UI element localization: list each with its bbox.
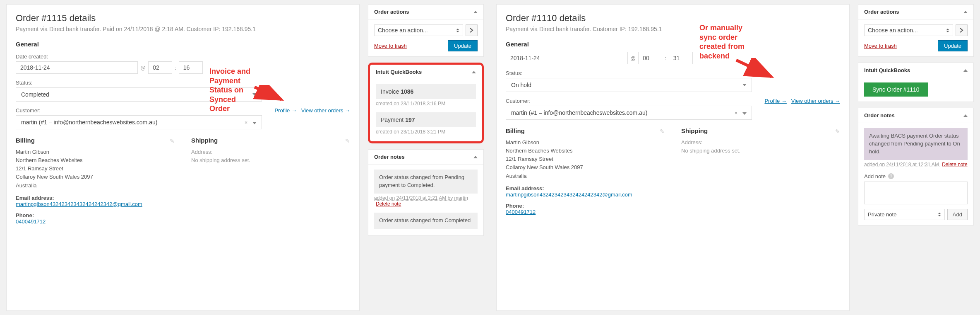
apply-action-button[interactable]	[956, 24, 968, 36]
sort-icon	[456, 29, 459, 32]
pencil-icon[interactable]: ✎	[345, 138, 350, 144]
move-to-trash-link[interactable]: Move to trash	[374, 43, 407, 49]
add-note-textarea[interactable]	[864, 182, 968, 204]
order-subtitle: Payment via Direct bank transfer. Paid o…	[16, 26, 350, 32]
customer-select[interactable]: martin (#1 – info@northernbeacheswebsite…	[506, 106, 752, 120]
order-notes-title: Order notes	[864, 112, 895, 119]
chevron-up-icon[interactable]	[473, 11, 478, 13]
update-button[interactable]: Update	[938, 40, 968, 51]
update-button[interactable]: Update	[448, 40, 478, 51]
sort-icon	[938, 213, 941, 216]
date-created-input[interactable]	[506, 52, 628, 64]
chevron-up-icon[interactable]	[963, 11, 968, 13]
pencil-icon[interactable]: ✎	[170, 138, 175, 144]
billing-heading: Billing	[506, 127, 665, 134]
billing-address: Martin Gibson Northern Beaches Websites …	[16, 148, 175, 190]
customer-select[interactable]: martin (#1 – info@northernbeacheswebsite…	[16, 115, 262, 129]
minute-input[interactable]	[179, 61, 203, 74]
chevron-up-icon[interactable]	[963, 114, 968, 117]
order-actions-panel: Order actions Choose an action... Move t…	[368, 4, 484, 57]
at-symbol: @	[630, 55, 636, 61]
customer-value: martin (#1 – info@northernbeacheswebsite…	[21, 119, 157, 126]
delete-note-link[interactable]: Delete note	[376, 201, 401, 207]
view-orders-link[interactable]: View other orders →	[301, 107, 350, 114]
apply-action-button[interactable]	[466, 24, 478, 36]
chevron-up-icon[interactable]	[473, 156, 478, 158]
delete-note-link[interactable]: Delete note	[942, 162, 967, 167]
clear-icon[interactable]: ×	[245, 119, 248, 126]
status-select[interactable]: Completed	[16, 87, 262, 102]
customer-label: Customer:	[506, 98, 531, 104]
shipping-address-label: Address:	[191, 148, 350, 156]
billing-email[interactable]: martinpgibson432423423432424242342@gmail…	[16, 201, 142, 207]
quickbooks-panel: Intuit QuickBooks Sync Order #1110	[858, 63, 974, 102]
chevron-down-icon	[742, 84, 747, 86]
order-actions-title: Order actions	[864, 9, 899, 15]
email-label: Email address:	[16, 195, 175, 201]
order-notes-panel: Order notes Awaiting BACS payment Order …	[858, 108, 974, 225]
status-select[interactable]: On hold	[506, 78, 752, 92]
time-colon: :	[175, 65, 176, 71]
profile-link[interactable]: Profile →	[274, 107, 296, 114]
billing-heading: Billing	[16, 137, 175, 144]
order-note: Order status changed from Completed	[374, 213, 478, 229]
chevron-up-icon[interactable]	[472, 71, 476, 73]
hour-input[interactable]	[638, 52, 662, 64]
shipping-address-label: Address:	[681, 138, 840, 147]
add-note-label: Add note	[864, 173, 886, 179]
status-label: Status:	[16, 80, 350, 86]
sort-icon	[946, 29, 949, 32]
chevron-up-icon[interactable]	[963, 69, 968, 72]
general-heading: General	[16, 41, 350, 48]
action-select[interactable]: Choose an action...	[864, 24, 953, 36]
order-title: Order #1110 details	[506, 13, 840, 24]
shipping-none: No shipping address set.	[191, 156, 350, 165]
chevron-down-icon	[742, 112, 747, 115]
email-label: Email address:	[506, 185, 665, 191]
order-subtitle: Payment via Direct bank transfer. Custom…	[506, 26, 840, 32]
general-heading: General	[506, 41, 840, 48]
qb-payment-meta: created on 23/11/2018 3:21 PM	[376, 129, 476, 135]
status-value: Completed	[21, 91, 49, 98]
action-value: Choose an action...	[868, 27, 918, 34]
shipping-heading: Shipping	[191, 137, 350, 144]
billing-phone[interactable]: 0400491712	[506, 209, 536, 215]
view-orders-link[interactable]: View other orders →	[791, 98, 840, 104]
order-notes-title: Order notes	[374, 154, 405, 160]
date-label: Date created:	[16, 53, 350, 60]
billing-phone[interactable]: 0400491712	[16, 218, 46, 225]
date-created-input[interactable]	[16, 61, 138, 74]
clear-icon[interactable]: ×	[735, 110, 738, 116]
qb-invoice-row: Invoice 1086	[376, 84, 476, 99]
order-actions-panel: Order actions Choose an action... Move t…	[858, 4, 974, 57]
order-note: Order status changed from Pending paymen…	[374, 170, 478, 194]
at-symbol: @	[140, 65, 146, 71]
shipping-heading: Shipping	[681, 127, 840, 134]
add-note-button[interactable]: Add	[947, 209, 968, 220]
order-actions-title: Order actions	[374, 9, 409, 15]
sync-order-button[interactable]: Sync Order #1110	[864, 82, 928, 97]
pencil-icon[interactable]: ✎	[835, 128, 840, 135]
move-to-trash-link[interactable]: Move to trash	[864, 43, 897, 49]
note-type-value: Private note	[868, 211, 896, 218]
note-type-select[interactable]: Private note	[864, 209, 945, 220]
hour-input[interactable]	[148, 61, 172, 74]
chevron-down-icon	[252, 122, 257, 124]
phone-label: Phone:	[506, 203, 665, 209]
order-note-meta: added on 24/11/2018 at 12:31 AM Delete n…	[864, 162, 968, 167]
order-title: Order #1115 details	[16, 13, 350, 24]
billing-email[interactable]: martinpgibson432423423432424242342@gmail…	[506, 191, 632, 198]
pencil-icon[interactable]: ✎	[660, 128, 665, 135]
status-label: Status:	[506, 70, 840, 76]
order-notes-panel: Order notes Order status changed from Pe…	[368, 149, 484, 236]
minute-input[interactable]	[669, 52, 693, 64]
quickbooks-title: Intuit QuickBooks	[376, 69, 422, 75]
chevron-down-icon	[252, 93, 257, 96]
help-icon[interactable]: ?	[888, 173, 894, 179]
profile-link[interactable]: Profile →	[764, 98, 786, 104]
customer-value: martin (#1 – info@northernbeacheswebsite…	[511, 109, 647, 116]
customer-label: Customer:	[16, 107, 41, 114]
quickbooks-panel: Intuit QuickBooks Invoice 1086 created o…	[368, 63, 484, 143]
action-select[interactable]: Choose an action...	[374, 24, 463, 36]
action-value: Choose an action...	[378, 27, 428, 34]
